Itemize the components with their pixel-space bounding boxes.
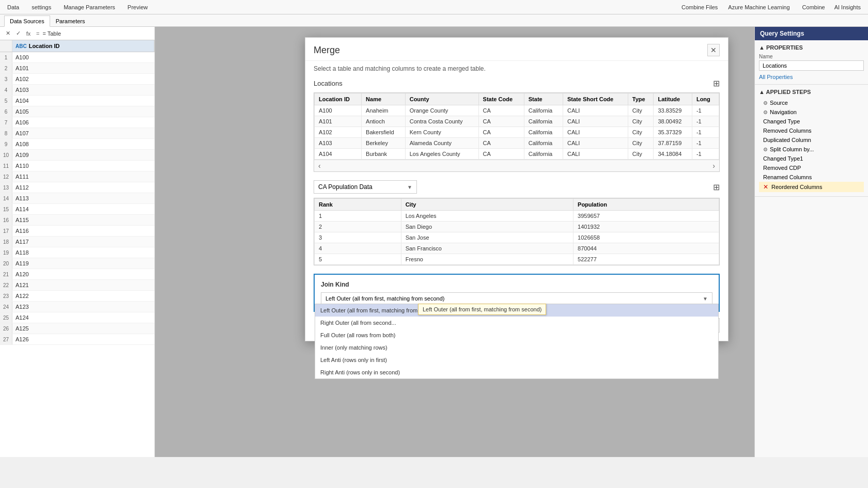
azure-ml-btn[interactable]: Azure Machine Learning [725, 3, 793, 11]
table1-prev-btn[interactable]: ‹ [318, 162, 321, 170]
spreadsheet-row[interactable]: 12 A111 [0, 171, 154, 182]
step-label: Reordered Columns [771, 184, 822, 190]
spreadsheet-row[interactable]: 17 A116 [0, 226, 154, 237]
ai-insights-btn[interactable]: AI Insights [831, 3, 864, 11]
applied-step[interactable]: Removed Columns [759, 126, 864, 135]
spreadsheet-row[interactable]: 10 A109 [0, 150, 154, 161]
join-dropdown-item[interactable]: Inner (only matching rows) [315, 341, 718, 354]
spreadsheet-row[interactable]: 14 A113 [0, 193, 154, 204]
dialog-close-btn[interactable]: ✕ [707, 44, 720, 56]
spreadsheet-row[interactable]: 6 A105 [0, 106, 154, 117]
row-cell: A124 [12, 312, 154, 323]
table2-cell: San Francisco [401, 243, 573, 254]
applied-step[interactable]: Changed Type1 [759, 154, 864, 163]
step-label: Renamed Columns [763, 174, 812, 180]
table1-row: A101AntiochContra Costa CountyCACaliforn… [315, 116, 719, 127]
join-dropdown-item[interactable]: Full Outer (all rows from both) [315, 329, 718, 341]
spreadsheet-row[interactable]: 26 A125 [0, 323, 154, 334]
applied-step[interactable]: ✕Reordered Columns [759, 182, 864, 192]
spreadsheet-row[interactable]: 23 A122 [0, 291, 154, 302]
table1-col-header[interactable]: State Short Code [563, 93, 628, 105]
spreadsheet-row[interactable]: 11 A110 [0, 161, 154, 171]
spreadsheet-row[interactable]: 20 A119 [0, 258, 154, 269]
table1-col-header[interactable]: Latitude [654, 93, 692, 105]
spreadsheet-row[interactable]: 24 A123 [0, 302, 154, 312]
tab-data-sources[interactable]: Data Sources [4, 15, 50, 27]
spreadsheet-row[interactable]: 16 A115 [0, 215, 154, 226]
tab-parameters[interactable]: Parameters [50, 15, 91, 26]
table1-col-header[interactable]: State Code [478, 93, 524, 105]
row-cell: A122 [12, 291, 154, 301]
spreadsheet-row[interactable]: 22 A121 [0, 280, 154, 291]
row-number: 15 [0, 204, 12, 214]
join-dropdown-icon: ▼ [703, 296, 708, 302]
join-dropdown-item[interactable]: Left Anti (rows only in first) [315, 354, 718, 366]
row-cell: A126 [12, 334, 154, 344]
table2-dropdown[interactable]: CA Population Data ▼ [314, 180, 417, 194]
table1-cell: 34.18084 [654, 149, 692, 160]
row-number: 6 [0, 106, 12, 117]
row-number: 16 [0, 215, 12, 225]
table2-col-header[interactable]: Population [574, 199, 719, 211]
table1-col-header[interactable]: Long [692, 93, 719, 105]
join-dropdown-item[interactable]: Right Outer (all from second... [315, 317, 718, 329]
applied-step[interactable]: ⚙Source [759, 98, 864, 107]
toolbar-parameters[interactable]: Manage Parameters [60, 3, 118, 11]
combine-btn[interactable]: Combine [799, 3, 828, 11]
table1-col-header[interactable]: Type [628, 93, 654, 105]
table2-row: 4San Francisco870044 [315, 243, 719, 254]
table2-col-header[interactable]: Rank [315, 199, 401, 211]
name-input[interactable] [759, 60, 864, 71]
formula-confirm-btn[interactable]: ✓ [13, 29, 23, 38]
table1-col-header[interactable]: Name [362, 93, 406, 105]
table1-col-header[interactable]: State [524, 93, 563, 105]
spreadsheet-row[interactable]: 8 A107 [0, 128, 154, 139]
formula-cancel-btn[interactable]: ✕ [3, 29, 12, 38]
spreadsheet-row[interactable]: 19 A118 [0, 247, 154, 258]
spreadsheet-row[interactable]: 25 A124 [0, 312, 154, 323]
applied-step[interactable]: ⚙Split Column by... [759, 145, 864, 154]
col-location-header[interactable]: ABC Location ID [12, 40, 154, 52]
col-type-icon: ABC [16, 43, 27, 49]
combine-files-btn[interactable]: Combine Files [678, 3, 721, 11]
spreadsheet-row[interactable]: 15 A114 [0, 204, 154, 215]
spreadsheet-row[interactable]: 1 A100 [0, 52, 154, 63]
toolbar-settings[interactable]: settings [28, 3, 54, 11]
applied-step[interactable]: Renamed Columns [759, 172, 864, 182]
table1-cell: 38.00492 [654, 116, 692, 127]
spreadsheet-row[interactable]: 18 A117 [0, 237, 154, 247]
spreadsheet-row[interactable]: 5 A104 [0, 96, 154, 106]
applied-step[interactable]: ⚙Navigation [759, 107, 864, 117]
join-dropdown[interactable]: Left Outer (all from first, matching fro… [321, 292, 712, 305]
spreadsheet-row[interactable]: 27 A126 [0, 334, 154, 345]
toolbar-preview[interactable]: Preview [125, 3, 151, 11]
table2: RankCityPopulation1Los Angeles39596572Sa… [314, 198, 719, 265]
table2-col-header[interactable]: City [401, 199, 573, 211]
join-dropdown-item[interactable]: Right Anti (rows only in second) [315, 366, 718, 379]
spreadsheet-row[interactable]: 13 A112 [0, 182, 154, 193]
table1-cell: City [628, 127, 654, 138]
applied-step[interactable]: Duplicated Column [759, 135, 864, 145]
table2-expand-btn[interactable]: ⊞ [713, 182, 720, 192]
properties-title: ▲ PROPERTIES [759, 44, 864, 51]
table1-cell: A101 [315, 116, 362, 127]
applied-steps-section: ▲ APPLIED STEPS ⚙Source⚙NavigationChange… [755, 85, 868, 197]
spreadsheet-row[interactable]: 7 A106 [0, 117, 154, 128]
table1-col-header[interactable]: Location ID [315, 93, 362, 105]
row-number: 12 [0, 171, 12, 182]
spreadsheet-row[interactable]: 21 A120 [0, 269, 154, 280]
table1-cell: A104 [315, 149, 362, 160]
table1-expand-btn[interactable]: ⊞ [713, 78, 720, 88]
spreadsheet-row[interactable]: 9 A108 [0, 139, 154, 150]
formula-fx-btn[interactable]: fx [24, 29, 33, 38]
applied-step[interactable]: Removed CDP [759, 163, 864, 172]
table1-col-header[interactable]: County [405, 93, 478, 105]
applied-step[interactable]: Changed Type [759, 117, 864, 126]
spreadsheet-row[interactable]: 3 A102 [0, 74, 154, 85]
table1-next-btn[interactable]: › [712, 162, 715, 170]
spreadsheet-row[interactable]: 4 A103 [0, 85, 154, 96]
all-properties-link[interactable]: All Properties [759, 74, 864, 80]
table2-cell: Fresno [401, 254, 573, 265]
spreadsheet-row[interactable]: 2 A101 [0, 63, 154, 74]
toolbar-data[interactable]: Data [4, 3, 22, 11]
